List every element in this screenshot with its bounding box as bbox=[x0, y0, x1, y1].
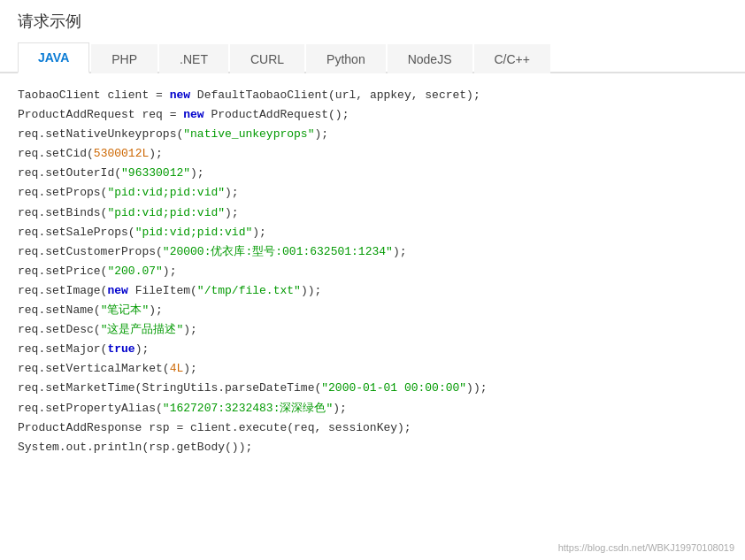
code-line-2: ProductAddRequest req = new ProductAddRe… bbox=[18, 105, 727, 125]
code-line-8: req.setSaleProps("pid:vid;pid:vid"); bbox=[18, 223, 727, 242]
tabs-bar: JAVA PHP .NET CURL Python NodeJS C/C++ bbox=[0, 41, 745, 73]
code-line-16: req.setMarketTime(StringUtils.parseDateT… bbox=[18, 379, 727, 398]
tab-python[interactable]: Python bbox=[306, 44, 386, 73]
tab-nodejs[interactable]: NodeJS bbox=[388, 44, 472, 73]
code-line-18: ProductAddResponse rsp = client.execute(… bbox=[18, 418, 727, 438]
code-line-6: req.setProps("pid:vid;pid:vid"); bbox=[18, 183, 727, 203]
code-line-10: req.setPrice("200.07"); bbox=[18, 262, 727, 281]
tab-php[interactable]: PHP bbox=[91, 44, 157, 73]
code-line-4: req.setCid(5300012L); bbox=[18, 144, 727, 164]
tab-curl[interactable]: CURL bbox=[230, 44, 304, 73]
tab-dotnet[interactable]: .NET bbox=[159, 44, 228, 73]
code-line-3: req.setNativeUnkeyprops("native_unkeypro… bbox=[18, 125, 727, 144]
code-line-17: req.setPropertyAlias("1627207:3232483:深深… bbox=[18, 399, 727, 418]
page-title: 请求示例 bbox=[0, 0, 745, 41]
code-line-11: req.setImage(new FileItem("/tmp/file.txt… bbox=[18, 281, 727, 301]
code-line-15: req.setVerticalMarket(4L); bbox=[18, 359, 727, 379]
code-line-14: req.setMajor(true); bbox=[18, 340, 727, 359]
watermark: https://blog.csdn.net/WBKJ19970108019 bbox=[558, 542, 734, 553]
code-line-7: req.setBinds("pid:vid;pid:vid"); bbox=[18, 203, 727, 223]
tab-java[interactable]: JAVA bbox=[18, 42, 89, 73]
tab-cpp[interactable]: C/C++ bbox=[474, 44, 550, 73]
code-line-19: System.out.println(rsp.getBody()); bbox=[18, 438, 727, 457]
code-line-1: TaobaoClient client = new DefaultTaobaoC… bbox=[18, 86, 727, 105]
code-line-9: req.setCustomerProps("20000:优衣库:型号:001:6… bbox=[18, 242, 727, 262]
code-block: TaobaoClient client = new DefaultTaobaoC… bbox=[0, 73, 745, 470]
code-line-12: req.setName("笔记本"); bbox=[18, 301, 727, 320]
code-line-5: req.setOuterId("96330012"); bbox=[18, 164, 727, 183]
code-line-13: req.setDesc("这是产品描述"); bbox=[18, 320, 727, 340]
